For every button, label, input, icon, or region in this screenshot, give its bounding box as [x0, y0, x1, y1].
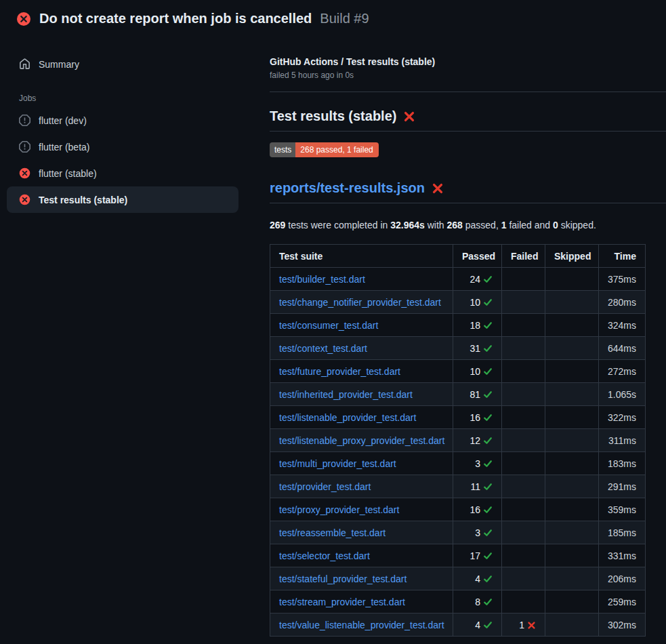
x-circle-fill-icon — [19, 167, 30, 179]
passed-cell: 12 — [453, 429, 502, 452]
suite-cell: test/selector_test.dart — [270, 544, 453, 567]
home-icon — [19, 58, 30, 70]
passed-cell: 10 — [453, 291, 502, 314]
report-link[interactable]: reports/test-results.json — [270, 180, 425, 196]
divider — [270, 92, 666, 92]
suite-link[interactable]: test/provider_test.dart — [279, 481, 371, 492]
failed-cell — [502, 314, 545, 337]
suite-link[interactable]: test/consumer_test.dart — [279, 320, 378, 331]
cross-mark-icon — [432, 182, 444, 195]
passed-cell: 4 — [453, 613, 502, 637]
suite-cell: test/multi_provider_test.dart — [270, 452, 453, 475]
passed-cell: 8 — [453, 590, 502, 613]
passed-cell: 3 — [453, 521, 502, 544]
status-line: failed 5 hours ago in 0s — [270, 71, 666, 80]
job-label: flutter (dev) — [39, 115, 87, 126]
skipped-cell — [545, 429, 599, 452]
suite-cell: test/inherited_provider_test.dart — [270, 383, 453, 406]
suite-link[interactable]: test/multi_provider_test.dart — [279, 458, 396, 469]
cancelled-stop-icon — [19, 141, 30, 153]
results-table-body: test/builder_test.dart24375mstest/change… — [270, 268, 646, 637]
suite-cell: test/stateful_provider_test.dart — [270, 567, 453, 590]
suite-link[interactable]: test/context_test.dart — [279, 343, 367, 354]
suite-link[interactable]: test/stream_provider_test.dart — [279, 597, 405, 607]
failed-cell — [502, 360, 545, 383]
time-cell: 644ms — [599, 337, 646, 360]
results-table: Test suitePassedFailedSkippedTime test/b… — [270, 244, 646, 637]
suite-cell: test/consumer_test.dart — [270, 314, 453, 337]
suite-link[interactable]: test/stateful_provider_test.dart — [279, 573, 407, 584]
sidebar: Summary Jobs flutter (dev)flutter (beta)… — [0, 36, 257, 213]
suite-link[interactable]: test/inherited_provider_test.dart — [279, 389, 413, 400]
job-label: Test results (stable) — [39, 195, 127, 205]
table-row: test/reassemble_test.dart3185ms — [270, 521, 646, 544]
suite-cell: test/reassemble_test.dart — [270, 521, 453, 544]
suite-cell: test/provider_test.dart — [270, 475, 453, 498]
suite-link[interactable]: test/listenable_provider_test.dart — [279, 412, 416, 423]
suite-cell: test/future_provider_test.dart — [270, 360, 453, 383]
suite-cell: test/stream_provider_test.dart — [270, 590, 453, 613]
suite-link[interactable]: test/proxy_provider_test.dart — [279, 504, 399, 515]
failed-cell — [502, 590, 545, 613]
tests-badge: tests 268 passed, 1 failed — [270, 142, 379, 157]
time-cell: 1.065s — [599, 383, 646, 406]
time-cell: 280ms — [599, 291, 646, 314]
skipped-cell — [545, 498, 599, 521]
table-row: test/proxy_provider_test.dart16359ms — [270, 498, 646, 521]
build-number: Build #9 — [320, 11, 369, 26]
suite-link[interactable]: test/future_provider_test.dart — [279, 366, 400, 377]
suite-link[interactable]: test/value_listenable_provider_test.dart — [279, 620, 444, 630]
passed-cell: 24 — [453, 268, 502, 291]
sidebar-item-job[interactable]: Test results (stable) — [7, 186, 238, 213]
time-cell: 302ms — [599, 613, 646, 637]
suite-cell: test/listenable_provider_test.dart — [270, 406, 453, 429]
suite-cell: test/builder_test.dart — [270, 268, 453, 291]
table-row: test/stateful_provider_test.dart4206ms — [270, 567, 646, 590]
passed-cell: 3 — [453, 452, 502, 475]
table-row: test/listenable_proxy_provider_test.dart… — [270, 429, 646, 452]
passed-cell: 16 — [453, 498, 502, 521]
suite-link[interactable]: test/builder_test.dart — [279, 274, 365, 285]
skipped-cell — [545, 567, 599, 590]
passed-cell: 81 — [453, 383, 502, 406]
sidebar-item-job[interactable]: flutter (stable) — [7, 160, 238, 186]
time-cell: 311ms — [599, 429, 646, 452]
suite-cell: test/context_test.dart — [270, 337, 453, 360]
failed-cell — [502, 337, 545, 360]
main-content: GitHub Actions / Test results (stable) f… — [257, 36, 666, 637]
suite-link[interactable]: test/selector_test.dart — [279, 550, 370, 561]
passed-cell: 17 — [453, 544, 502, 567]
skipped-cell — [545, 613, 599, 637]
jobs-list: flutter (dev)flutter (beta)flutter (stab… — [0, 107, 257, 213]
sidebar-item-summary[interactable]: Summary — [7, 52, 238, 76]
suite-link[interactable]: test/change_notifier_provider_test.dart — [279, 297, 441, 308]
failed-cell — [502, 452, 545, 475]
passed-cell: 4 — [453, 567, 502, 590]
skipped-cell — [545, 475, 599, 498]
time-cell: 375ms — [599, 268, 646, 291]
time-cell: 331ms — [599, 544, 646, 567]
badge-value: 268 passed, 1 failed — [295, 142, 378, 157]
sidebar-item-job[interactable]: flutter (dev) — [7, 107, 238, 134]
failed-cell — [502, 475, 545, 498]
time-cell: 259ms — [599, 590, 646, 613]
table-row: test/context_test.dart31644ms — [270, 337, 646, 360]
failed-cell — [502, 406, 545, 429]
time-cell: 291ms — [599, 475, 646, 498]
suite-link[interactable]: test/reassemble_test.dart — [279, 527, 386, 538]
suite-link[interactable]: test/listenable_proxy_provider_test.dart — [279, 435, 444, 446]
time-cell: 206ms — [599, 567, 646, 590]
skipped-cell — [545, 521, 599, 544]
report-title: reports/test-results.json — [270, 180, 666, 203]
table-row: test/future_provider_test.dart10272ms — [270, 360, 646, 383]
table-row: test/multi_provider_test.dart3183ms — [270, 452, 646, 475]
skipped-cell — [545, 314, 599, 337]
table-row: test/listenable_provider_test.dart16322m… — [270, 406, 646, 429]
table-row: test/value_listenable_provider_test.dart… — [270, 613, 646, 637]
sidebar-summary-label: Summary — [39, 59, 79, 70]
time-cell: 185ms — [599, 521, 646, 544]
jobs-section-label: Jobs — [19, 94, 257, 103]
sidebar-item-job[interactable]: flutter (beta) — [7, 134, 238, 160]
job-label: flutter (beta) — [39, 142, 89, 153]
x-circle-fill-icon — [19, 194, 30, 205]
